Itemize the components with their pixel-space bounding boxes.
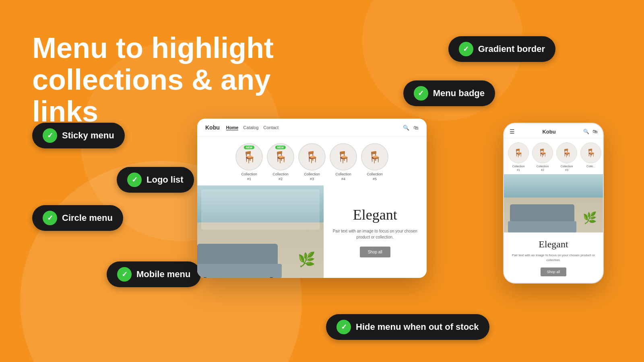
- check-icon-menubadge: [414, 86, 428, 101]
- badge-mobile-menu: Mobile menu: [107, 261, 201, 287]
- check-icon-circle: [43, 211, 57, 225]
- mobile-col-1[interactable]: 🪑 Collection#1: [508, 142, 529, 172]
- mobile-col-4[interactable]: 🪑 Colle...: [580, 142, 601, 172]
- mobile-col-circle-2: 🪑: [532, 142, 553, 163]
- badge-hide-menu: Hide menu when out of stock: [326, 314, 489, 340]
- badge-menubadge-label: Menu badge: [433, 88, 485, 99]
- sofa-seat: [197, 264, 282, 278]
- chair-icon-2: 🪑: [274, 150, 288, 164]
- hero-title: Elegant: [353, 206, 397, 223]
- mobile-hero-text: Elegant Pair text with an image to focus…: [504, 232, 603, 283]
- badge-logo-list: Logo list: [117, 167, 194, 193]
- nav-catalog[interactable]: Catalog: [243, 125, 258, 130]
- chair-icon-3: 🪑: [305, 150, 319, 164]
- badge-gradient-border: Gradient border: [448, 36, 555, 62]
- mockup-nav: Home Catalog Contact: [226, 125, 279, 130]
- collection-circle-2: 🪑 NEW: [267, 143, 294, 171]
- sofa-leg-right: [270, 277, 273, 278]
- collection-circle-3: 🪑: [298, 143, 326, 171]
- collection-item-5[interactable]: 🪑 Collection#5: [361, 143, 388, 181]
- badge-sticky-label: Sticky menu: [62, 130, 114, 141]
- window-decoration: [201, 189, 320, 230]
- badge-menu-badge: Menu badge: [403, 80, 495, 106]
- mobile-hero-subtitle: Pair text with an image to focus on your…: [510, 253, 597, 263]
- hero-subtitle: Pair text with an image to focus on your…: [332, 228, 419, 240]
- collection-item-2[interactable]: 🪑 NEW Collection#2: [267, 143, 294, 181]
- mobile-mockup: ☰ Kobu 🔍 🛍 🪑 Collection#1 🪑 Collection#2…: [503, 123, 604, 284]
- badge-hide-label: Hide menu when out of stock: [356, 322, 479, 332]
- mobile-cart-icon[interactable]: 🛍: [592, 129, 597, 134]
- collection-item-1[interactable]: 🪑 NEW Collection#1: [235, 143, 263, 181]
- collection-badge-2: NEW: [275, 146, 286, 149]
- check-icon-mobile: [117, 267, 132, 282]
- collection-item-4[interactable]: 🪑 Collection#4: [330, 143, 357, 181]
- mobile-collections: 🪑 Collection#1 🪑 Collection#2 🪑 Collecti…: [504, 138, 603, 174]
- mockup-header-icons: 🔍 🛍: [403, 125, 419, 131]
- check-icon-gradient: [459, 42, 473, 56]
- mobile-sofa-scene: 🌿: [504, 174, 603, 232]
- collection-label-5: Collection#5: [367, 172, 383, 181]
- main-title: Menu to highlight collections & any link…: [32, 32, 282, 128]
- collections-row: 🪑 NEW Collection#1 🪑 NEW Collection#2 🪑 …: [197, 137, 427, 185]
- check-icon-logo: [127, 173, 142, 187]
- badge-mobile-label: Mobile menu: [136, 269, 190, 280]
- cart-icon[interactable]: 🛍: [413, 125, 419, 131]
- mobile-logo: Kobu: [542, 129, 555, 135]
- badge-logo-label: Logo list: [147, 175, 184, 185]
- sofa-back: [197, 244, 278, 266]
- mobile-header: ☰ Kobu 🔍 🛍: [504, 123, 603, 138]
- collection-circle-5: 🪑: [361, 143, 388, 171]
- collection-label-1: Collection#1: [241, 172, 257, 181]
- badge-circle-label: Circle menu: [62, 213, 113, 223]
- mobile-col-circle-4: 🪑: [580, 142, 601, 163]
- collection-circle-1: 🪑 NEW: [235, 143, 263, 171]
- badge-sticky-menu: Sticky menu: [32, 123, 125, 148]
- sofa-leg-left: [203, 277, 206, 278]
- chair-icon-5: 🪑: [368, 150, 382, 164]
- title-line2: collections & any links: [32, 64, 270, 128]
- badge-circle-menu: Circle menu: [32, 205, 123, 231]
- hero-image: 🌿: [197, 185, 324, 278]
- mobile-col-3[interactable]: 🪑 Collection#3: [556, 142, 577, 172]
- collection-circle-4: 🪑: [330, 143, 357, 171]
- mobile-hero-image: 🌿: [504, 174, 603, 232]
- sofa-scene: 🌿: [197, 185, 324, 278]
- mobile-col-2[interactable]: 🪑 Collection#2: [532, 142, 553, 172]
- search-icon[interactable]: 🔍: [403, 125, 409, 131]
- collection-label-3: Collection#3: [304, 172, 320, 181]
- check-icon-sticky: [43, 128, 57, 143]
- badge-gradient-label: Gradient border: [478, 44, 545, 54]
- title-line1: Menu to highlight: [32, 32, 274, 64]
- nav-home[interactable]: Home: [226, 125, 239, 130]
- mobile-sofa-back: [510, 204, 574, 222]
- mobile-hero-title: Elegant: [510, 239, 597, 250]
- mobile-col-label-4: Colle...: [586, 165, 595, 168]
- mobile-col-circle-3: 🪑: [556, 142, 577, 163]
- mobile-col-label-3: Collection#3: [561, 165, 573, 172]
- shop-all-button[interactable]: Shop all: [360, 247, 390, 257]
- plant-decoration: 🌿: [298, 251, 316, 268]
- mockup-logo: Kobu: [205, 124, 220, 131]
- mockup-header: Kobu Home Catalog Contact 🔍 🛍: [197, 119, 427, 137]
- mobile-col-label-2: Collection#2: [537, 165, 549, 172]
- mobile-plant: 🌿: [583, 211, 597, 224]
- mobile-header-icons: 🔍 🛍: [583, 129, 597, 134]
- mockup-hero: 🌿 Elegant Pair text with an image to foc…: [197, 185, 427, 278]
- collection-badge-1: NEW: [244, 146, 254, 149]
- hero-text: Elegant Pair text with an image to focus…: [324, 185, 427, 278]
- chair-icon-1: 🪑: [242, 150, 256, 164]
- mobile-search-icon[interactable]: 🔍: [583, 129, 589, 134]
- mobile-sofa-seat: [508, 221, 576, 232]
- collection-label-4: Collection#4: [335, 172, 351, 181]
- mobile-col-label-1: Collection#1: [512, 165, 525, 172]
- hamburger-icon[interactable]: ☰: [510, 128, 515, 135]
- mobile-shop-button[interactable]: Shop all: [541, 267, 567, 276]
- collection-label-2: Collection#2: [272, 172, 289, 181]
- desktop-mockup: Kobu Home Catalog Contact 🔍 🛍 🪑 NEW Coll…: [197, 119, 427, 278]
- chair-icon-4: 🪑: [336, 150, 351, 164]
- collection-item-3[interactable]: 🪑 Collection#3: [298, 143, 326, 181]
- nav-contact[interactable]: Contact: [263, 125, 279, 130]
- mobile-col-circle-1: 🪑: [508, 142, 529, 163]
- check-icon-hide: [336, 320, 351, 334]
